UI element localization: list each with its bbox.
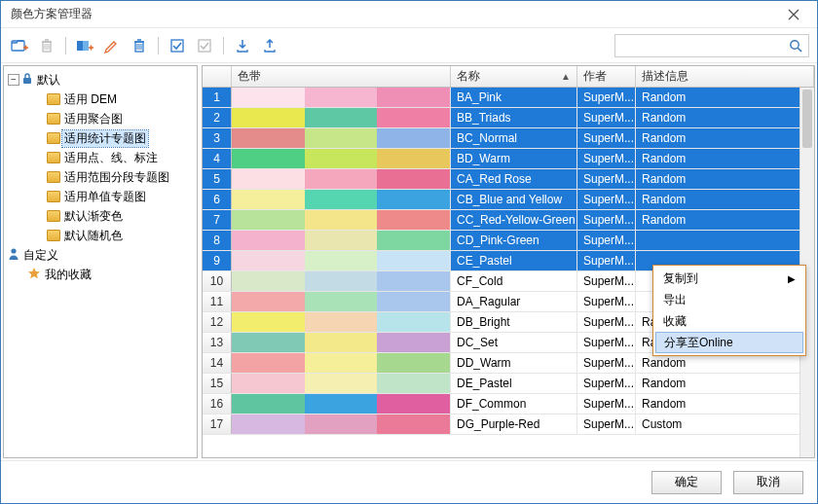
- context-menu-item[interactable]: 导出: [655, 289, 803, 310]
- row-name: CF_Cold: [451, 271, 577, 291]
- row-ribbon: [232, 292, 451, 311]
- collapse-icon[interactable]: −: [8, 74, 19, 86]
- export-icon[interactable]: [259, 35, 280, 56]
- tree-item-label: 适用范围分段专题图: [62, 169, 171, 186]
- svg-point-9: [11, 248, 16, 253]
- cancel-button[interactable]: 取消: [733, 471, 803, 494]
- col-ribbon[interactable]: 色带: [232, 66, 451, 87]
- tree-item[interactable]: 适用范围分段专题图: [4, 167, 197, 187]
- row-ribbon: [232, 149, 451, 168]
- row-number: 11: [203, 292, 232, 311]
- table-row[interactable]: 6CB_Blue and YellowSuperM...Random: [203, 190, 814, 210]
- folder-icon: [47, 191, 60, 202]
- row-number: 9: [203, 251, 232, 270]
- row-name: DF_Common: [451, 394, 577, 414]
- tree-item[interactable]: 适用点、线、标注: [4, 148, 197, 167]
- table-row[interactable]: 8CD_Pink-GreenSuperM...: [203, 231, 814, 251]
- table-row[interactable]: 2BB_TriadsSuperM...Random: [203, 108, 814, 128]
- row-ribbon: [232, 231, 451, 250]
- table-row[interactable]: 15DE_PastelSuperM...Random: [203, 374, 814, 394]
- new-scheme-icon[interactable]: [74, 35, 95, 56]
- row-author: SuperM...: [577, 128, 636, 148]
- tree-item[interactable]: 默认渐变色: [4, 206, 197, 226]
- row-desc: Random: [636, 169, 814, 189]
- row-name: CD_Pink-Green: [451, 231, 577, 250]
- deselect-all-icon[interactable]: [194, 35, 215, 56]
- search-input[interactable]: [615, 35, 783, 56]
- tree-item-label: 适用点、线、标注: [62, 150, 160, 166]
- row-number: 1: [203, 88, 232, 107]
- tree-item-label: 默认随机色: [62, 228, 125, 244]
- row-name: BD_Warm: [451, 149, 577, 168]
- table-row[interactable]: 5CA_Red RoseSuperM...Random: [203, 169, 814, 190]
- search-icon[interactable]: [783, 39, 808, 53]
- row-author: SuperM...: [577, 251, 636, 270]
- row-number: 15: [203, 374, 232, 393]
- import-icon[interactable]: [232, 35, 253, 56]
- table-row[interactable]: 1BA_PinkSuperM...Random: [203, 88, 814, 108]
- row-desc: [636, 231, 814, 250]
- ok-button[interactable]: 确定: [651, 471, 722, 494]
- new-folder-icon[interactable]: [9, 35, 30, 56]
- delete-folder-icon[interactable]: [36, 35, 57, 56]
- row-author: SuperM...: [577, 88, 636, 107]
- row-ribbon: [232, 88, 451, 107]
- tree-item[interactable]: 适用单值专题图: [4, 187, 197, 206]
- context-menu-label: 导出: [663, 292, 687, 308]
- table-row[interactable]: 17DG_Purple-RedSuperM...Custom: [203, 414, 814, 435]
- scrollbar-thumb[interactable]: [802, 90, 812, 148]
- folder-icon: [47, 152, 60, 163]
- context-menu-item[interactable]: 复制到▶: [655, 268, 803, 289]
- select-all-icon[interactable]: [167, 35, 188, 56]
- col-name[interactable]: 名称▲: [451, 66, 577, 87]
- lock-icon: [21, 72, 33, 89]
- col-author[interactable]: 作者: [577, 66, 636, 87]
- tree-custom[interactable]: 自定义: [4, 245, 197, 265]
- context-menu-label: 收藏: [663, 313, 687, 330]
- main: − 默认 适用 DEM适用聚合图适用统计专题图适用点、线、标注适用范围分段专题图…: [1, 63, 817, 460]
- close-button[interactable]: [776, 1, 811, 27]
- toolbar: [1, 28, 817, 63]
- row-author: SuperM...: [577, 333, 636, 352]
- row-author: SuperM...: [577, 169, 636, 189]
- context-menu-item[interactable]: 收藏: [655, 310, 803, 332]
- tree-favorites[interactable]: 我的收藏: [4, 265, 197, 284]
- tree-item[interactable]: 适用聚合图: [4, 109, 197, 128]
- table-row[interactable]: 16DF_CommonSuperM...Random: [203, 394, 814, 414]
- row-ribbon: [232, 210, 451, 230]
- row-desc: Random: [636, 108, 814, 127]
- person-icon: [8, 247, 19, 264]
- table-row[interactable]: 14DD_WarmSuperM...Random: [203, 353, 814, 374]
- table-row[interactable]: 4BD_WarmSuperM...Random: [203, 149, 814, 169]
- context-menu-item[interactable]: 分享至Online: [655, 332, 803, 353]
- titlebar: 颜色方案管理器: [1, 1, 817, 28]
- row-ribbon: [232, 312, 451, 332]
- tree-root[interactable]: − 默认: [4, 70, 197, 90]
- edit-scheme-icon[interactable]: [101, 35, 123, 56]
- sort-asc-icon: ▲: [561, 71, 571, 82]
- tree-item[interactable]: 适用统计专题图: [4, 128, 197, 148]
- tree-item[interactable]: 适用 DEM: [4, 90, 197, 109]
- table-row[interactable]: 3BC_NormalSuperM...Random: [203, 128, 814, 149]
- row-name: DB_Bright: [451, 312, 577, 332]
- folder-icon: [47, 132, 60, 144]
- window-title: 颜色方案管理器: [7, 6, 776, 22]
- table-row[interactable]: 7CC_Red-Yellow-GreenSuperM...Random: [203, 210, 814, 231]
- col-desc[interactable]: 描述信息: [636, 66, 814, 87]
- row-number: 3: [203, 128, 232, 148]
- row-name: CE_Pastel: [451, 251, 577, 270]
- grid-body: 1BA_PinkSuperM...Random2BB_TriadsSuperM.…: [203, 88, 814, 457]
- delete-scheme-icon[interactable]: [129, 35, 150, 56]
- row-ribbon: [232, 353, 451, 373]
- row-desc: Random: [636, 190, 814, 209]
- svg-rect-3: [83, 41, 89, 51]
- row-number: 4: [203, 149, 232, 168]
- row-ribbon: [232, 414, 451, 434]
- tree-item[interactable]: 默认随机色: [4, 226, 197, 245]
- row-ribbon: [232, 374, 451, 393]
- tree-item-label: 适用聚合图: [62, 111, 125, 127]
- row-number: 6: [203, 190, 232, 209]
- row-ribbon: [232, 128, 451, 148]
- col-number[interactable]: [203, 66, 232, 87]
- grid-header: 色带 名称▲ 作者 描述信息: [203, 66, 814, 88]
